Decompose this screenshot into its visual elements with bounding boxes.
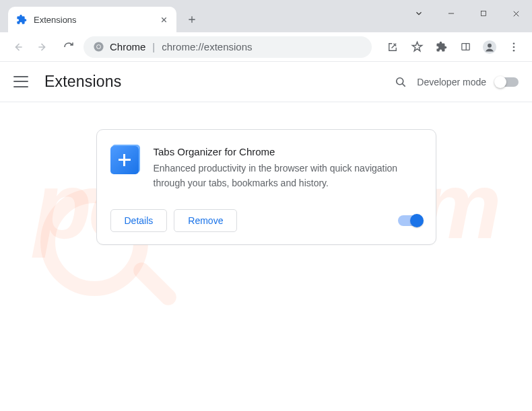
svg-point-3 (97, 45, 100, 48)
back-button[interactable] (7, 36, 28, 58)
omnibox-origin: Chrome (110, 41, 145, 52)
window-titlebar: Extensions (0, 0, 532, 32)
page-header: Extensions Developer mode (0, 62, 532, 102)
svg-point-8 (513, 46, 515, 48)
extension-card: Tabs Organizer for Chrome Enhanced produ… (96, 129, 436, 245)
new-tab-button[interactable] (182, 9, 202, 30)
forward-button[interactable] (32, 36, 54, 58)
minimize-button[interactable] (435, 0, 467, 27)
browser-toolbar: Chrome | chrome://extensions (0, 32, 532, 62)
side-panel-button[interactable] (454, 36, 477, 58)
svg-point-10 (397, 77, 403, 84)
window-controls (403, 0, 532, 27)
close-window-button[interactable] (500, 0, 532, 27)
close-tab-button[interactable] (159, 15, 168, 24)
extension-name: Tabs Organizer for Chrome (154, 146, 422, 157)
page-title: Extensions (44, 73, 378, 91)
extensions-button[interactable] (430, 36, 453, 58)
omnibox-separator: | (152, 41, 155, 52)
svg-point-7 (513, 42, 515, 44)
maximize-button[interactable] (467, 0, 500, 27)
svg-point-9 (513, 49, 515, 51)
extension-enable-toggle[interactable] (398, 215, 422, 226)
browser-tab[interactable]: Extensions (8, 7, 176, 32)
address-bar[interactable]: Chrome | chrome://extensions (84, 36, 372, 58)
svg-rect-4 (461, 44, 469, 50)
share-button[interactable] (381, 36, 404, 58)
omnibox-url: chrome://extensions (162, 41, 252, 52)
search-button[interactable] (394, 75, 407, 89)
svg-point-6 (488, 43, 492, 47)
extensions-list: Tabs Organizer for Chrome Enhanced produ… (0, 102, 532, 272)
developer-mode-toggle[interactable] (496, 77, 519, 87)
bookmark-button[interactable] (405, 36, 428, 58)
extension-icon (110, 146, 139, 174)
profile-button[interactable] (478, 36, 501, 58)
svg-rect-0 (481, 11, 486, 16)
puzzle-icon (16, 14, 27, 25)
details-button[interactable]: Details (110, 209, 168, 232)
chevron-down-icon[interactable] (403, 0, 435, 27)
menu-button[interactable] (502, 36, 525, 58)
tab-title: Extensions (34, 15, 152, 25)
chrome-logo-icon (93, 41, 104, 52)
reload-button[interactable] (58, 36, 79, 58)
remove-button[interactable]: Remove (174, 209, 237, 232)
developer-mode-label: Developer mode (417, 77, 486, 87)
extension-description: Enhanced productivity in the browser wit… (154, 161, 422, 190)
main-menu-button[interactable] (13, 75, 28, 89)
